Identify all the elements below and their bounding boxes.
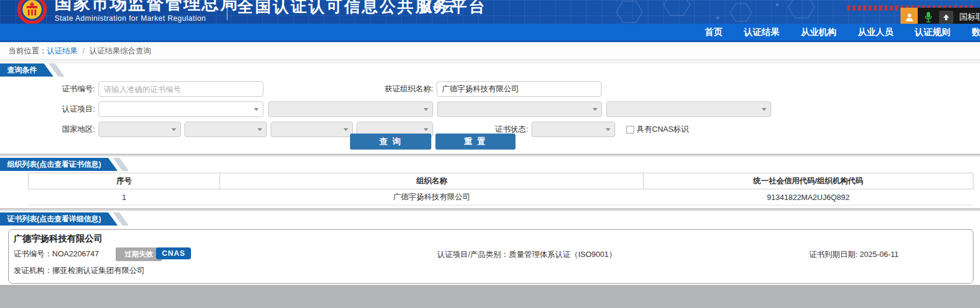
breadcrumb-link-cert-results[interactable]: 认证结果 [47, 46, 78, 56]
issuer-label: 发证机构： [14, 266, 52, 275]
breadcrumb: 当前位置： 认证结果 / 认证结果综合查询 [0, 42, 980, 60]
expiry-value: 2025-06-11 [860, 250, 899, 259]
breadcrumb-current: 认证结果综合查询 [90, 46, 151, 56]
microphone-icon[interactable] [924, 11, 933, 23]
org-name-input[interactable] [437, 81, 602, 97]
card-expiry: 证书到期日期: 2025-06-11 [809, 249, 899, 260]
ren-e-yun-logo: 认e云 [419, 0, 456, 16]
cell-credit-code[interactable]: 91341822MA2UJ6Q892 [644, 189, 973, 205]
extension-label: 国标联合直 [959, 12, 980, 23]
col-header-org-name: 组织名称 [220, 173, 644, 189]
nav-item-cert-rules[interactable]: 认证规则 [904, 27, 961, 38]
region-label: 国家地区: [24, 122, 95, 137]
query-section-tab: 查询条件 [0, 63, 53, 77]
page-footer [0, 285, 980, 308]
extension-toolbar: 国标联合直 [901, 8, 980, 24]
nav-item-institutions[interactable]: 从业机构 [790, 27, 847, 38]
cert-no-input[interactable] [98, 81, 263, 97]
header-divider [227, 0, 228, 20]
card-issuer: 发证机构：挪亚检测认证集团有限公司 [14, 265, 145, 276]
hexagon-decoration [599, 0, 848, 24]
status-select[interactable] [532, 122, 615, 137]
main-nav: 首页 认证结果 从业机构 从业人员 认证规则 数据 [0, 24, 980, 42]
org-list-section-header: 组织列表(点击查看证书信息) [0, 158, 980, 171]
national-emblem-icon [17, 0, 47, 24]
chevron-down-icon [424, 108, 428, 111]
project-select-2[interactable] [268, 101, 433, 117]
site-header: 国家市场监督管理总局 State Administration for Mark… [0, 0, 980, 24]
certificate-card[interactable]: 广德宇扬科技有限公司 证书编号：NOA2206747 过期失效 CNAS 认证项… [8, 229, 973, 284]
org-list-section-tab: 组织列表(点击查看证书信息) [0, 158, 117, 171]
cnas-checkbox[interactable] [626, 126, 634, 134]
chevron-down-icon [424, 128, 428, 131]
region-select-3[interactable] [271, 122, 353, 137]
cnas-checkbox-label: 具有CNAS标识 [637, 124, 689, 135]
project-value: 质量管理体系认证（ISO9001） [509, 250, 616, 259]
cnas-badge: CNAS [156, 247, 191, 259]
query-section-header: 查询条件 [0, 63, 980, 77]
page: 国家市场监督管理总局 State Administration for Mark… [0, 0, 980, 308]
chevron-down-icon [593, 108, 597, 111]
project-select-3[interactable] [437, 101, 602, 117]
card-org-name: 广德宇扬科技有限公司 [14, 233, 103, 245]
breadcrumb-prefix: 当前位置： [8, 46, 47, 56]
issuer-value: 挪亚检测认证集团有限公司 [52, 266, 145, 275]
cert-no-value: NOA2206747 [52, 249, 99, 258]
screen-share-icon[interactable] [939, 11, 953, 24]
section-divider [0, 152, 980, 158]
agency-title-block: 国家市场监督管理总局 State Administration for Mark… [55, 0, 238, 23]
chevron-down-icon [254, 108, 259, 111]
nav-item-cert-results[interactable]: 认证结果 [733, 27, 790, 38]
project-label: 认证项目: [24, 101, 95, 117]
search-button[interactable]: 查 询 [350, 134, 431, 150]
expiry-label: 证书到期日期: [809, 250, 860, 259]
chevron-down-icon [343, 128, 348, 131]
status-badge: 过期失效 [116, 247, 162, 261]
col-header-index: 序号 [28, 173, 220, 189]
region-select-2[interactable] [184, 122, 267, 137]
cert-no-label: 证书编号： [14, 249, 52, 258]
cert-list-section-tab: 证书列表(点击查看详细信息) [0, 212, 117, 226]
reset-button[interactable]: 重 置 [435, 134, 516, 150]
section-divider [0, 205, 980, 212]
nav-item-personnel[interactable]: 从业人员 [847, 27, 904, 38]
table-row[interactable]: 1 广德宇扬科技有限公司 91341822MA2UJ6Q892 [28, 189, 973, 205]
nav-item-home[interactable]: 首页 [694, 27, 733, 38]
chevron-down-icon [762, 108, 766, 111]
region-select-1[interactable] [98, 122, 181, 137]
cert-list-section-header: 证书列表(点击查看详细信息) [0, 212, 980, 226]
nav-item-data[interactable]: 数据 [961, 27, 980, 38]
user-icon[interactable] [901, 8, 918, 24]
card-cert-no: 证书编号：NOA2206747 [14, 248, 99, 259]
agency-name-cn: 国家市场监督管理总局 [55, 0, 238, 12]
chevron-down-icon [606, 128, 610, 131]
breadcrumb-separator: / [82, 46, 85, 55]
project-select-1[interactable] [98, 101, 263, 117]
cnas-checkbox-group: 具有CNAS标识 [626, 122, 689, 137]
cert-no-label: 证书编号: [24, 81, 95, 97]
card-project: 认证项目/产品类别：质量管理体系认证（ISO9001） [437, 249, 616, 260]
cell-index[interactable]: 1 [28, 189, 220, 205]
org-table-header-row: 序号 组织名称 统一社会信用代码/组织机构代码 [28, 173, 973, 189]
chevron-down-icon [171, 128, 176, 131]
cell-org-name[interactable]: 广德宇扬科技有限公司 [220, 189, 644, 205]
org-name-label: 获证组织名称: [332, 81, 433, 97]
org-table: 序号 组织名称 统一社会信用代码/组织机构代码 1 广德宇扬科技有限公司 913… [28, 173, 973, 205]
chevron-down-icon [257, 128, 262, 131]
agency-name-en: State Administration for Market Regulati… [55, 14, 238, 23]
project-select-4[interactable] [606, 101, 771, 117]
project-label: 认证项目/产品类别： [437, 250, 509, 259]
query-form: 证书编号: 获证组织名称: 认证项目: 国家地区: 证书状态: 具有CNAS标识… [0, 77, 980, 152]
col-header-credit-code: 统一社会信用代码/组织机构代码 [644, 173, 973, 189]
